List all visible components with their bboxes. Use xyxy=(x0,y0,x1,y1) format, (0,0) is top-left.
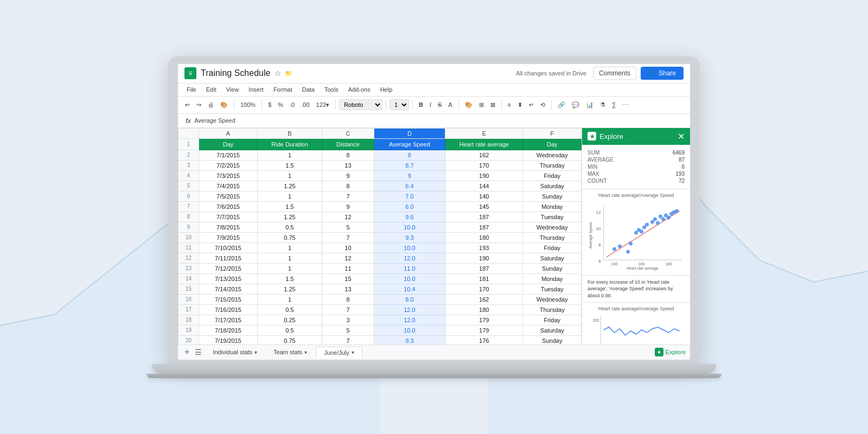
tab-individual-dropdown[interactable]: ▾ xyxy=(254,349,257,355)
more-button[interactable]: ⋯ xyxy=(620,100,631,110)
table-row[interactable]: 19 7/18/2015 0.5 5 10.0 179 Saturday xyxy=(178,325,582,335)
cell-ride-duration[interactable]: 1.5 xyxy=(257,201,322,212)
cell-day[interactable]: Friday xyxy=(523,170,582,181)
cell-heart-rate[interactable]: 170 xyxy=(445,160,523,170)
more-formats-button[interactable]: 123▾ xyxy=(314,100,332,110)
cell-ride-duration[interactable]: 1 xyxy=(257,242,322,253)
cell-distance[interactable]: 3 xyxy=(322,315,374,325)
add-sheet-button[interactable]: + xyxy=(182,346,192,358)
table-row[interactable]: 9 7/8/2015 0.5 5 10.0 187 Wednesday xyxy=(178,222,582,232)
cell-day[interactable]: Thursday xyxy=(523,304,582,315)
cell-day[interactable]: Tuesday xyxy=(523,212,582,222)
cell-avg-speed[interactable]: 7.0 xyxy=(374,191,445,201)
decimal-down-button[interactable]: .0 xyxy=(287,100,297,110)
filter-button[interactable]: ⚗ xyxy=(597,100,608,110)
cell-ride-duration[interactable]: 0.75 xyxy=(257,335,322,344)
cell-distance[interactable]: 12 xyxy=(322,212,374,222)
cell-day[interactable]: Sunday xyxy=(523,263,582,273)
currency-button[interactable]: $ xyxy=(265,100,274,110)
cell-day[interactable]: Friday xyxy=(523,242,582,253)
table-row[interactable]: 14 7/13/2015 1.5 15 10.0 181 Monday xyxy=(178,273,582,284)
cell-distance[interactable]: 8 xyxy=(322,150,374,160)
percent-button[interactable]: % xyxy=(275,100,286,110)
col-header-a[interactable]: A xyxy=(199,128,258,138)
cell-day[interactable]: Friday xyxy=(523,315,582,325)
sheet-menu-button[interactable]: ☰ xyxy=(193,347,204,358)
cell-ride-duration[interactable]: 1 xyxy=(257,263,322,273)
cell-avg-speed[interactable]: 12.0 xyxy=(374,253,445,263)
cell-date[interactable]: 7/11/2015 xyxy=(199,253,258,263)
cell-ride-duration[interactable]: 0.5 xyxy=(257,304,322,315)
cell-day[interactable]: Saturday xyxy=(523,181,582,191)
cell-distance[interactable]: 15 xyxy=(322,273,374,284)
cell-ride-duration[interactable]: 0.75 xyxy=(257,232,322,242)
cell-heart-rate[interactable]: 140 xyxy=(445,191,523,201)
cell-date[interactable]: 7/12/2015 xyxy=(199,263,258,273)
tab-june-july[interactable]: June/July ▾ xyxy=(316,347,362,358)
table-row[interactable]: 7 7/6/2015 1.5 9 6.0 145 Monday xyxy=(178,201,582,212)
table-row[interactable]: 10 7/9/2015 0.75 7 9.3 180 Thursday xyxy=(178,232,582,242)
table-row[interactable]: 12 7/11/2015 1 12 12.0 190 Saturday xyxy=(178,253,582,263)
cell-day[interactable]: Sunday xyxy=(523,191,582,201)
cell-avg-speed[interactable]: 11.0 xyxy=(374,263,445,273)
table-row[interactable]: 6 7/5/2015 1 7 7.0 140 Sunday xyxy=(178,191,582,201)
comments-button[interactable]: Comments xyxy=(593,67,636,80)
cell-ride-duration[interactable]: 1.25 xyxy=(257,181,322,191)
cell-distance[interactable]: 13 xyxy=(322,160,374,170)
cell-day[interactable]: Wednesday xyxy=(523,222,582,232)
menu-edit[interactable]: Edit xyxy=(202,85,221,94)
cell-distance[interactable]: 7 xyxy=(322,191,374,201)
cell-date[interactable]: 7/1/2015 xyxy=(199,150,258,160)
cell-avg-speed[interactable]: 8.0 xyxy=(374,294,445,304)
cell-avg-speed[interactable]: 9.6 xyxy=(374,212,445,222)
cell-distance[interactable]: 7 xyxy=(322,304,374,315)
cell-distance[interactable]: 7 xyxy=(322,232,374,242)
align-button[interactable]: ≡ xyxy=(505,100,514,110)
cell-avg-speed[interactable]: 6.0 xyxy=(374,201,445,212)
col-header-c[interactable]: C xyxy=(322,128,374,138)
table-row[interactable]: 2 7/1/2015 1 8 8 162 Wednesday xyxy=(178,150,582,160)
cell-ride-duration[interactable]: 1.5 xyxy=(257,273,322,284)
cell-avg-speed[interactable]: 12.0 xyxy=(374,304,445,315)
cell-day[interactable]: Sunday xyxy=(523,335,582,344)
comment-button[interactable]: 💬 xyxy=(569,100,582,110)
cell-day[interactable]: Monday xyxy=(523,273,582,284)
cell-distance[interactable]: 5 xyxy=(322,222,374,232)
cell-ride-duration[interactable]: 1 xyxy=(257,191,322,201)
bold-button[interactable]: B xyxy=(416,100,426,110)
share-button[interactable]: 👤 Share xyxy=(641,67,684,80)
function-button[interactable]: ∑ xyxy=(609,100,619,110)
cell-date[interactable]: 7/13/2015 xyxy=(199,273,258,284)
cell-distance[interactable]: 8 xyxy=(322,294,374,304)
table-row[interactable]: 20 7/19/2015 0.75 7 9.3 176 Sunday xyxy=(178,335,582,344)
cell-avg-speed[interactable]: 12.0 xyxy=(374,315,445,325)
cell-heart-rate[interactable]: 162 xyxy=(445,150,523,160)
menu-view[interactable]: View xyxy=(222,85,244,94)
cell-day[interactable]: Thursday xyxy=(523,232,582,242)
cell-ride-duration[interactable]: 0.5 xyxy=(257,222,322,232)
table-row[interactable]: 18 7/17/2015 0.25 3 12.0 179 Friday xyxy=(178,315,582,325)
col-header-e[interactable]: E xyxy=(445,128,523,138)
cell-heart-rate[interactable]: 187 xyxy=(445,212,523,222)
cell-date[interactable]: 7/14/2015 xyxy=(199,284,258,294)
cell-date[interactable]: 7/8/2015 xyxy=(199,222,258,232)
cell-ride-duration[interactable]: 1 xyxy=(257,170,322,181)
text-rotate-button[interactable]: ⟲ xyxy=(538,100,548,110)
cell-ride-duration[interactable]: 0.25 xyxy=(257,315,322,325)
cell-distance[interactable]: 9 xyxy=(322,201,374,212)
italic-button[interactable]: I xyxy=(427,100,434,110)
undo-button[interactable]: ↩ xyxy=(182,100,193,110)
cell-ride-duration[interactable]: 1 xyxy=(257,294,322,304)
cell-date[interactable]: 7/4/2015 xyxy=(199,181,258,191)
cell-date[interactable]: 7/16/2015 xyxy=(199,304,258,315)
cell-heart-rate[interactable]: 180 xyxy=(445,304,523,315)
cell-day[interactable]: Saturday xyxy=(523,325,582,335)
valign-button[interactable]: ⬍ xyxy=(515,100,525,110)
cell-heart-rate[interactable]: 190 xyxy=(445,170,523,181)
cell-distance[interactable]: 5 xyxy=(322,325,374,335)
cell-date[interactable]: 7/5/2015 xyxy=(199,191,258,201)
cell-date[interactable]: 7/2/2015 xyxy=(199,160,258,170)
menu-tools[interactable]: Tools xyxy=(320,85,343,94)
tab-individual-stats[interactable]: Individual stats ▾ xyxy=(205,347,265,358)
cell-heart-rate[interactable]: 180 xyxy=(445,232,523,242)
